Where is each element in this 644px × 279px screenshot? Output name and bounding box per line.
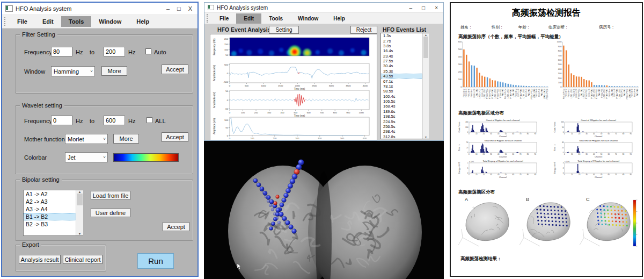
svg-text:0: 0 (227, 99, 229, 102)
svg-text:80: 80 (623, 153, 625, 155)
scrollbar-thumb[interactable] (77, 194, 82, 205)
svg-text:90: 90 (630, 153, 632, 155)
svg-text:400: 400 (318, 137, 322, 139)
wavelet-freq-to-input[interactable] (104, 116, 125, 125)
window-fn-select[interactable]: Hamming˅ (51, 66, 95, 76)
menu-window[interactable]: Window (91, 16, 129, 27)
svg-text:300: 300 (267, 111, 272, 114)
list-item[interactable]: B2 -> B3 (24, 220, 83, 228)
close-button[interactable]: X (188, 5, 192, 12)
list-item[interactable]: 256.5s (381, 124, 428, 129)
minimize-button[interactable]: – (166, 5, 170, 12)
list-item[interactable]: 23.4s (381, 54, 428, 59)
analysis-result-button[interactable]: Analysis result (19, 255, 61, 264)
list-item[interactable]: 16.4s (381, 48, 428, 53)
svg-text:Total time of FRipples for eac: Total time of FRipples for each channel (579, 139, 618, 142)
list-item[interactable]: 35.3s (381, 69, 428, 74)
list-item[interactable]: 27.5s (381, 59, 428, 63)
svg-text:20: 20 (579, 174, 581, 176)
list-item[interactable]: 198.5s (381, 114, 428, 119)
all-checkbox[interactable] (147, 117, 152, 123)
wavelet-freq-from-input[interactable] (51, 116, 72, 125)
svg-text:Time / s: Time / s (458, 144, 460, 151)
svg-text:PA1-PA2: PA1-PA2 (528, 89, 530, 96)
svg-text:100: 100 (241, 111, 245, 114)
list-item[interactable]: 2.7s (381, 38, 428, 43)
list-item[interactable]: 224.5s (381, 119, 428, 124)
menu-help[interactable]: Help (129, 16, 157, 27)
clinical-report-button[interactable]: Clinical report (63, 255, 103, 264)
bipolar-scrollbar[interactable]: ▲ ▼ (76, 190, 83, 235)
svg-text:30: 30 (490, 174, 492, 176)
scroll-down-icon[interactable]: ▼ (425, 135, 427, 139)
user-define-button[interactable]: User define (91, 208, 130, 217)
scroll-down-icon[interactable]: ▼ (78, 232, 82, 235)
list-item[interactable]: 98.5s (381, 89, 428, 94)
menu-file[interactable]: File (212, 13, 236, 24)
reject-button[interactable]: Reject (350, 26, 377, 34)
list-item[interactable]: 3.8s (381, 44, 428, 48)
list-item[interactable]: 43.5s (381, 74, 428, 78)
filter-freq-from-input[interactable] (51, 47, 72, 56)
scrollbar-thumb[interactable] (423, 37, 428, 58)
svg-text:25: 25 (466, 147, 469, 149)
list-item[interactable]: 30.4s (381, 63, 428, 68)
run-button[interactable]: Run (137, 253, 174, 269)
menu-tools[interactable]: Tools (261, 13, 290, 24)
export-legend: Export (20, 241, 41, 248)
bipolar-listbox[interactable]: A1 -> A2A2 -> A3A3 -> A4B1 -> B2B2 -> B3 (23, 190, 83, 236)
wavelet-more-button[interactable]: More (113, 134, 139, 144)
list-item[interactable]: 78.1s (381, 84, 428, 89)
filter-accept-button[interactable]: Accept (162, 65, 188, 74)
list-item[interactable]: 106.5s (381, 99, 428, 104)
close-button[interactable]: × (435, 5, 438, 11)
list-item[interactable]: A2 -> A3 (24, 198, 83, 205)
wavelet-accept-button[interactable]: Accept (162, 132, 188, 142)
colorbar-select[interactable]: Jet˅ (65, 152, 108, 162)
list-item[interactable]: 67.1s (381, 78, 428, 83)
svg-text:PTB4-PTB5: PTB4-PTB5 (497, 89, 499, 99)
menu-window[interactable]: Window (290, 13, 326, 24)
minimize-button[interactable]: – (409, 5, 413, 11)
list-item[interactable]: 189.6s (381, 109, 428, 114)
svg-text:PTA6-PTA7: PTA6-PTA7 (510, 89, 512, 99)
list-item[interactable]: 168.4s (381, 104, 428, 109)
hz-label: Hz (128, 118, 135, 124)
filter-freq-to-input[interactable] (104, 47, 125, 56)
load-from-file-button[interactable]: Load from file (91, 191, 130, 200)
maximize-button[interactable]: □ (422, 5, 425, 11)
menu-tools[interactable]: Tools (61, 16, 92, 27)
mother-function-select[interactable]: Morlet˅ (65, 134, 108, 144)
list-item[interactable]: 298.4s (381, 129, 428, 134)
ripple-energy-hist: Total Engery of Ripples for each channel… (456, 159, 543, 178)
list-item[interactable]: A3 -> A4 (24, 205, 83, 213)
menu-edit[interactable]: Edit (35, 16, 61, 27)
list-item[interactable]: B1 -> B2 (24, 213, 83, 220)
setting-button[interactable]: Setting (269, 26, 299, 34)
list-item[interactable]: 312.8s (381, 134, 428, 139)
events-scrollbar[interactable]: ▲ ▼ (422, 33, 429, 139)
fripple-count-hist: Count of FRipples for each channel050100… (552, 118, 639, 138)
list-item[interactable]: 1.3s (381, 33, 428, 38)
svg-text:100: 100 (558, 81, 562, 84)
list-item[interactable]: 100.4s (381, 94, 428, 99)
svg-text:PTA4-PTA5: PTA4-PTA5 (616, 89, 618, 99)
bipolar-accept-button[interactable]: Accept (163, 222, 189, 231)
age-field-label: 年龄： (518, 25, 531, 30)
filter-more-button[interactable]: More (101, 66, 127, 76)
menu-help[interactable]: Help (326, 13, 353, 24)
svg-text:500: 500 (224, 63, 229, 66)
hfo-events-listbox[interactable]: 1.3s2.7s3.8s16.4s23.4s27.5s30.4s35.3s43.… (380, 33, 429, 139)
menu-file[interactable]: File (10, 16, 35, 27)
svg-text:600: 600 (363, 137, 367, 139)
auto-checkbox[interactable] (145, 48, 151, 54)
maximize-button[interactable]: □ (177, 5, 181, 12)
jet-colorbar-vertical (632, 199, 640, 248)
svg-text:90: 90 (630, 174, 632, 176)
svg-text:LH9-LH10: LH9-LH10 (575, 89, 577, 97)
bipolar-setting-legend: Bipolar setting (20, 176, 62, 183)
menu-edit[interactable]: Edit (236, 13, 261, 24)
list-item[interactable]: A1 -> A2 (24, 190, 83, 198)
svg-text:80: 80 (527, 153, 529, 155)
svg-text:100: 100 (561, 121, 564, 123)
